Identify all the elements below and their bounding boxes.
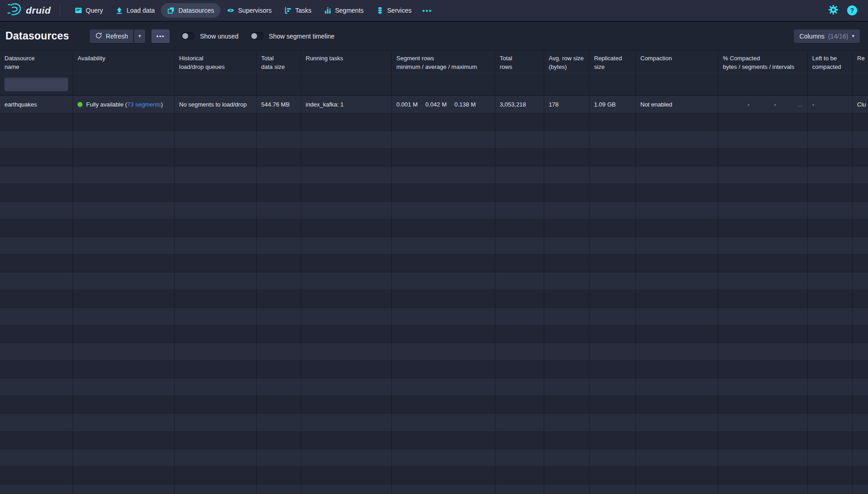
column-header-running-tasks[interactable]: Running tasks: [301, 51, 392, 73]
datasource-name-filter-input[interactable]: [5, 77, 68, 91]
availability-cell: Fully available (73 segments): [73, 96, 175, 113]
more-actions-button[interactable]: •••: [151, 29, 170, 43]
toggle-track: [181, 32, 195, 40]
table-row-empty: [0, 484, 868, 494]
druid-logo-icon: [7, 3, 22, 18]
segments-link[interactable]: 73 segments: [127, 101, 161, 108]
datasources-table: Datasourcename Availability Historicallo…: [0, 50, 868, 494]
table-row-empty: [0, 396, 868, 414]
nav-item-load-data[interactable]: Load data: [109, 3, 161, 18]
table-row-empty: [0, 378, 868, 396]
column-header-segment-rows[interactable]: Segment rowsminimum / average / maximum: [392, 51, 495, 73]
running-tasks-cell: index_kafka: 1: [301, 96, 392, 113]
column-header-retention[interactable]: Re: [853, 51, 868, 73]
status-dot-icon: [78, 102, 83, 107]
column-header-total-rows[interactable]: Totalrows: [495, 51, 544, 73]
table-row-empty: [0, 131, 868, 149]
more-icon: •••: [156, 33, 165, 39]
tasks-icon: [284, 7, 292, 14]
druid-logo-text: druid: [26, 5, 51, 16]
gear-icon: [829, 9, 838, 16]
table-row-empty: [0, 290, 868, 308]
table-row-empty: [0, 467, 868, 484]
datasource-name-cell: earthquakes: [0, 96, 73, 113]
table-row-empty: [0, 431, 868, 449]
nav-divider: [60, 5, 60, 16]
column-header-datasource-name[interactable]: Datasourcename: [0, 51, 73, 73]
load-data-icon: [116, 7, 123, 14]
nav-more-button[interactable]: •••: [418, 3, 437, 18]
replicated-size-cell: 1.09 GB: [590, 96, 636, 113]
nav-item-segments[interactable]: Segments: [318, 3, 370, 18]
pct-compacted-cell: - - …: [718, 96, 808, 113]
nav-item-query[interactable]: Query: [68, 3, 109, 18]
refresh-button[interactable]: Refresh: [90, 29, 133, 43]
table-row-empty: [0, 113, 868, 131]
toggle-track: [250, 32, 264, 40]
page-title: Datasources: [5, 30, 69, 42]
chevron-down-icon: ▾: [852, 34, 854, 39]
total-data-size-cell: 544.76 MB: [257, 96, 301, 113]
column-header-replicated-size[interactable]: Replicatedsize: [590, 51, 636, 73]
table-row-empty: [0, 272, 868, 290]
load-drop-cell: No segments to load/drop: [175, 96, 257, 113]
table-filter-row: [0, 73, 868, 96]
table-row-empty: [0, 202, 868, 219]
column-header-left-to-be-compacted[interactable]: Left to becompacted: [808, 51, 853, 73]
settings-button[interactable]: [829, 5, 838, 16]
refresh-dropdown-button[interactable]: ▾: [134, 29, 145, 43]
show-segment-timeline-toggle[interactable]: Show segment timeline: [250, 32, 335, 40]
table-row-empty: [0, 449, 868, 467]
table-row-empty: [0, 237, 868, 255]
column-header-historical-queues[interactable]: Historicalload/drop queues: [175, 51, 257, 73]
columns-count: (14/16): [828, 33, 848, 40]
columns-selector-button[interactable]: Columns (14/16) ▾: [794, 29, 860, 43]
help-icon[interactable]: ?: [847, 5, 857, 15]
table-row-empty: [0, 325, 868, 343]
toggle-knob: [182, 33, 188, 39]
retention-cell: Clu: [853, 96, 868, 113]
top-nav: druid Query Load data Datasources S: [0, 0, 868, 22]
toggle-knob: [251, 33, 257, 39]
column-header-pct-compacted[interactable]: % Compactedbytes / segments / intervals: [718, 51, 808, 73]
avg-row-size-cell: 178: [544, 96, 590, 113]
table-row-empty: [0, 184, 868, 202]
table-row-empty: [0, 219, 868, 237]
table-row-empty: [0, 149, 868, 166]
nav-item-supervisors[interactable]: Supervisors: [220, 3, 278, 18]
table-body: earthquakes Fully available (73 segments…: [0, 96, 868, 494]
nav-right: ?: [829, 5, 862, 16]
segment-rows-cell: 0.001 M 0.042 M 0.138 M: [392, 96, 495, 113]
supervisors-icon: [227, 7, 234, 14]
table-row-empty: [0, 166, 868, 184]
left-to-be-compacted-cell: -: [808, 96, 853, 113]
page-header: Datasources Refresh ▾ ••• Show unused: [0, 22, 868, 50]
nav-item-tasks[interactable]: Tasks: [278, 3, 318, 18]
segments-icon: [324, 7, 332, 14]
nav-item-services[interactable]: Services: [370, 3, 418, 18]
column-header-avg-row-size[interactable]: Avg. row size(bytes): [544, 51, 590, 73]
datasources-icon: [167, 7, 175, 14]
table-header-row: Datasourcename Availability Historicallo…: [0, 50, 868, 73]
table-row-empty: [0, 343, 868, 361]
chevron-down-icon: ▾: [138, 34, 141, 39]
nav-item-datasources[interactable]: Datasources: [161, 3, 220, 18]
column-header-availability[interactable]: Availability: [73, 51, 175, 73]
table-row-empty: [0, 361, 868, 378]
column-header-total-data-size[interactable]: Totaldata size: [257, 51, 301, 73]
column-header-compaction[interactable]: Compaction: [636, 51, 718, 73]
table-row-empty: [0, 255, 868, 272]
druid-console: druid Query Load data Datasources S: [0, 0, 868, 494]
services-icon: [376, 7, 384, 14]
total-rows-cell: 3,053,218: [495, 96, 544, 113]
compaction-cell: Not enabled: [636, 96, 718, 113]
query-icon: [75, 7, 82, 14]
table-row-empty: [0, 414, 868, 431]
table-row-earthquakes[interactable]: earthquakes Fully available (73 segments…: [0, 96, 868, 113]
show-unused-toggle[interactable]: Show unused: [181, 32, 239, 40]
refresh-split-button: Refresh ▾: [90, 29, 145, 43]
table-row-empty: [0, 308, 868, 325]
refresh-icon: [95, 32, 102, 40]
druid-logo[interactable]: druid: [7, 3, 51, 18]
